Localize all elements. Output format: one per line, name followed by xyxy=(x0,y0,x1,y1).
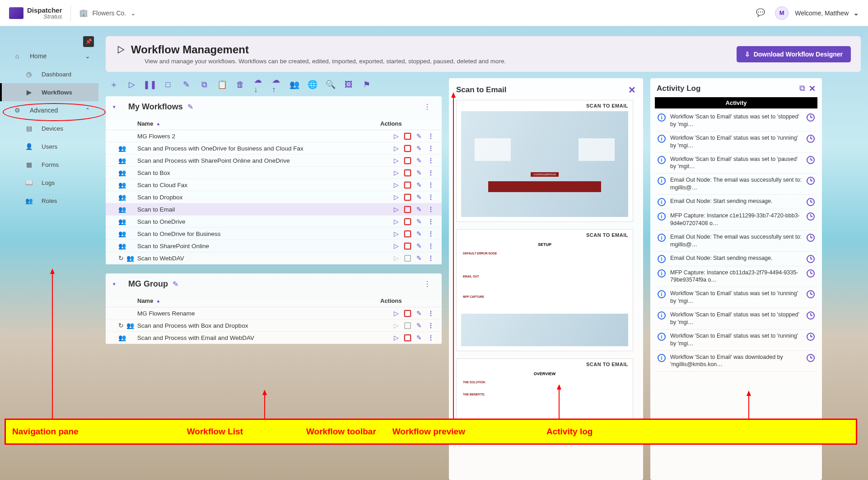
workflow-row[interactable]: 👥 Scan to SharePoint Online ▷ ✎ ⋮ xyxy=(106,240,442,252)
play-icon[interactable]: ▷ xyxy=(392,193,400,201)
edit-icon[interactable]: ✎ xyxy=(182,80,191,89)
stop-icon[interactable] xyxy=(404,231,411,237)
edit-icon[interactable]: ✎ xyxy=(415,310,423,317)
group-menu-icon[interactable]: ⋮ xyxy=(420,101,434,113)
edit-icon[interactable]: ✎ xyxy=(415,132,423,140)
workflow-row[interactable]: ↻👥 Scan to WebDAV ▷ ✎ ⋮ xyxy=(106,252,442,264)
edit-group-icon[interactable]: ✎ xyxy=(187,103,193,111)
play-icon[interactable]: ▷ xyxy=(392,157,400,164)
close-icon[interactable]: ✕ xyxy=(809,84,816,94)
row-menu-icon[interactable]: ⋮ xyxy=(427,145,434,152)
chat-icon[interactable]: 💬 xyxy=(756,8,766,18)
workflow-row[interactable]: 👥 Scan and Process with OneDrive for Bus… xyxy=(106,142,442,155)
workflow-row[interactable]: 👥 Scan to OneDrive for Business ▷ ✎ ⋮ xyxy=(106,228,442,240)
row-menu-icon[interactable]: ⋮ xyxy=(427,254,434,262)
edit-group-icon[interactable]: ✎ xyxy=(173,280,178,288)
nav-logs[interactable]: 📖 Logs xyxy=(0,174,98,192)
search-icon[interactable]: 🔍 xyxy=(326,80,335,89)
row-menu-icon[interactable]: ⋮ xyxy=(427,310,434,317)
workflow-row[interactable]: 👥 Scan and Process with Email and WebDAV… xyxy=(106,332,442,344)
activity-row[interactable]: i Workflow 'Scan to Email' was downloade… xyxy=(655,351,817,372)
activity-row[interactable]: i Email Out Node: The email was successf… xyxy=(655,174,817,195)
noimage-icon[interactable]: 🖾 xyxy=(344,80,353,89)
activity-row[interactable]: i MFP Capture: Instance c1e11299-33b7-47… xyxy=(655,209,817,231)
add-icon[interactable]: ＋ xyxy=(109,80,118,89)
stop-icon[interactable]: □ xyxy=(163,80,173,89)
row-menu-icon[interactable]: ⋮ xyxy=(427,322,434,329)
play-icon[interactable]: ▷ xyxy=(392,181,400,188)
row-menu-icon[interactable]: ⋮ xyxy=(427,334,434,341)
collapse-icon[interactable]: ▾ xyxy=(113,104,116,110)
cloud-down-icon[interactable]: ☁↓ xyxy=(254,80,263,89)
stop-icon[interactable] xyxy=(404,157,411,164)
edit-icon[interactable]: ✎ xyxy=(415,169,423,176)
row-menu-icon[interactable]: ⋮ xyxy=(427,193,434,201)
workflow-row[interactable]: 👥 Scan to Email ▷ ✎ ⋮ xyxy=(106,203,442,216)
workflow-row[interactable]: 👥 Scan to Box ▷ ✎ ⋮ xyxy=(106,167,442,179)
activity-row[interactable]: i Workflow 'Scan to Email' status was se… xyxy=(655,287,817,308)
stop-icon[interactable] xyxy=(404,194,411,201)
group-menu-icon[interactable]: ⋮ xyxy=(420,278,434,290)
nav-devices[interactable]: ▤ Devices xyxy=(0,119,98,137)
popout-icon[interactable]: ⧉ xyxy=(799,84,805,94)
play-icon[interactable]: ▷ xyxy=(392,230,400,237)
workflow-row[interactable]: 👥 Scan to OneDrive ▷ ✎ ⋮ xyxy=(106,216,442,228)
edit-icon[interactable]: ✎ xyxy=(415,322,423,329)
play-icon[interactable]: ▷ xyxy=(392,310,400,317)
collapse-icon[interactable]: ▾ xyxy=(113,281,116,287)
delete-icon[interactable]: 🗑 xyxy=(236,80,245,89)
globe-icon[interactable]: 🌐 xyxy=(308,80,317,89)
workflow-row[interactable]: ↻👥 Scan and Process with Box and Dropbox… xyxy=(106,320,442,332)
workflow-row[interactable]: MG Flowers 2 ▷ ✎ ⋮ xyxy=(106,130,442,142)
row-menu-icon[interactable]: ⋮ xyxy=(427,169,434,176)
preview-scroll[interactable]: SCAN TO EMAIL CONFIGURATION SCAN TO EMAI… xyxy=(456,100,636,474)
edit-icon[interactable]: ✎ xyxy=(415,157,423,164)
avatar[interactable]: M xyxy=(775,6,789,20)
nav-dashboard[interactable]: ◷ Dashboard xyxy=(0,65,98,83)
play-icon[interactable]: ▷ xyxy=(127,80,136,89)
edit-icon[interactable]: ✎ xyxy=(415,218,423,225)
row-menu-icon[interactable]: ⋮ xyxy=(427,230,434,237)
stop-icon[interactable] xyxy=(404,169,411,176)
nav-advanced[interactable]: ⚙ Advanced ⌃ xyxy=(0,101,98,119)
close-icon[interactable]: ✕ xyxy=(628,85,636,95)
row-menu-icon[interactable]: ⋮ xyxy=(427,242,434,249)
share-icon[interactable]: 👥 xyxy=(290,80,299,89)
activity-row[interactable]: i Email Out Node: The email was successf… xyxy=(655,231,817,252)
workflow-row[interactable]: 👥 Scan to Dropbox ▷ ✎ ⋮ xyxy=(106,191,442,203)
activity-row[interactable]: i Workflow 'Scan to Email' status was se… xyxy=(655,110,817,132)
play-icon[interactable]: ▷ xyxy=(392,169,400,176)
activity-row[interactable]: i Workflow 'Scan to Email' status was se… xyxy=(655,308,817,329)
row-menu-icon[interactable]: ⋮ xyxy=(427,218,434,225)
play-icon[interactable]: ▷ xyxy=(392,132,400,140)
stop-icon[interactable] xyxy=(404,334,411,341)
nav-forms[interactable]: ▦ Forms xyxy=(0,155,98,174)
edit-icon[interactable]: ✎ xyxy=(415,230,423,237)
activity-row[interactable]: i Workflow 'Scan to Email' status was se… xyxy=(655,153,817,174)
play-icon[interactable]: ▷ xyxy=(392,242,400,249)
activity-row[interactable]: i Email Out Node: Start sending message. xyxy=(655,195,817,209)
workflow-row[interactable]: 👥 Scan and Process with SharePoint Onlin… xyxy=(106,155,442,167)
name-column-header[interactable]: Name ▲ xyxy=(137,120,380,127)
nav-roles[interactable]: 👥 Roles xyxy=(0,192,98,210)
download-designer-button[interactable]: ⇩ Download Workflow Designer xyxy=(737,46,851,62)
row-menu-icon[interactable]: ⋮ xyxy=(427,206,434,213)
play-icon[interactable]: ▷ xyxy=(392,218,400,225)
stop-icon[interactable] xyxy=(404,310,411,317)
stop-icon[interactable] xyxy=(404,218,411,225)
nav-home[interactable]: ⌂ Home ⌄ xyxy=(0,47,98,65)
activity-row[interactable]: i MFP Capture: Instance cb11da23-2f79-44… xyxy=(655,266,817,287)
nav-users[interactable]: 👤 Users xyxy=(0,137,98,155)
paste-icon[interactable]: 📋 xyxy=(218,80,227,89)
nav-workflows[interactable]: ▶ Workflows xyxy=(0,83,98,101)
activity-row[interactable]: i Workflow 'Scan to Email' status was se… xyxy=(655,132,817,153)
activity-row[interactable]: i Workflow 'Scan to Email' status was se… xyxy=(655,329,817,351)
flag-off-icon[interactable]: ⚑ xyxy=(362,80,371,89)
name-column-header[interactable]: Name ▲ xyxy=(137,297,380,304)
stop-icon[interactable] xyxy=(404,145,411,152)
play-icon[interactable]: ▷ xyxy=(392,145,400,152)
stop-icon[interactable] xyxy=(404,206,411,213)
workflow-row[interactable]: 👥 Scan to Cloud Fax ▷ ✎ ⋮ xyxy=(106,179,442,191)
company-selector[interactable]: 🏢 Flowers Co. ⌄ xyxy=(79,9,136,17)
activity-row[interactable]: i Email Out Node: Start sending message. xyxy=(655,252,817,266)
